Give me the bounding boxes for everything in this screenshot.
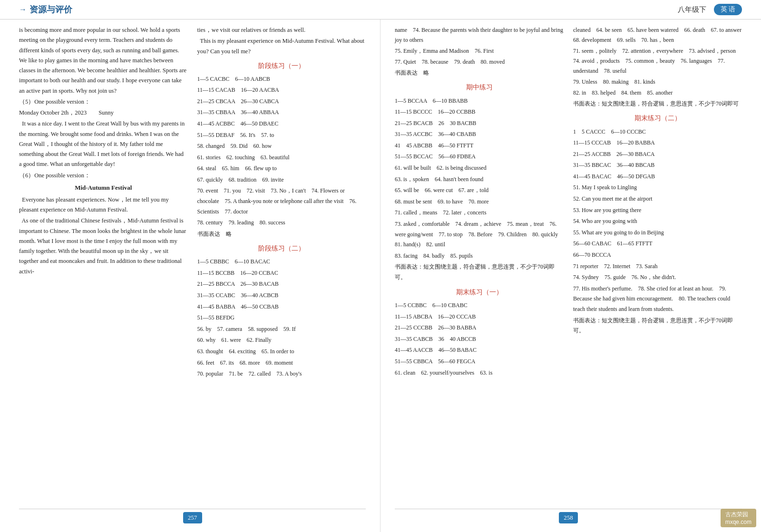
- para-8: ties，we visit our relatives or friends a…: [197, 25, 366, 35]
- r2-para-3: 79. Unless 80. making 81. kinds: [573, 77, 742, 87]
- grade-label: 八年级下: [678, 5, 706, 14]
- para-9: This is my pleasant experience on Mid-Au…: [197, 36, 366, 57]
- para-3: Monday October 2th，2023 Sunny: [19, 108, 188, 118]
- answers-section2: 1—5 CBBBC 6—10 BACAC 11—15 BCCBB 16—20 C…: [197, 257, 366, 379]
- r2-para-5: 书面表达：短文围绕主题，符合逻辑，意思连贯，不少于70词即可: [573, 99, 742, 109]
- answers-mid: 1—5 BCCAA 6—10 BBABB 11—15 BCCCC 16—20 C…: [395, 96, 564, 283]
- left-col2: ties，we visit our relatives or friends a…: [197, 25, 366, 509]
- watermark: 古杰荣园mxqe.com: [721, 509, 756, 527]
- arrow-icon: →: [19, 5, 27, 14]
- r2-para-1: cleaned 64. be seen 65. have been watere…: [573, 25, 742, 45]
- section-title-final2: 期末练习（二）: [573, 113, 742, 125]
- para-6: Everyone has pleasant experiences. Now，l…: [19, 195, 188, 215]
- para-1: is becoming more and more popular in our…: [19, 25, 188, 96]
- page-header: → 资源与评价 八年级下 英 语: [0, 0, 761, 19]
- header-logo: 资源与评价: [29, 4, 72, 15]
- right-page: name 74. Because the parents wish their …: [380, 19, 761, 532]
- r-para-4: 书面表达 略: [395, 68, 564, 78]
- answers-final1: 1—5 CCBBC 6—10 CBABC 11—15 ABCBA 16—20 C…: [395, 300, 564, 378]
- right-col1: name 74. Because the parents wish their …: [395, 25, 564, 509]
- page-num-right: 258: [559, 512, 578, 523]
- para-2: （5）One possible version：: [19, 97, 188, 107]
- r2-para-4: 82. in 83. helped 84. them 85. another: [573, 88, 742, 98]
- right-footer: 258: [395, 509, 742, 526]
- right-two-col: name 74. Because the parents wish their …: [395, 25, 742, 509]
- left-page: is becoming more and more popular in our…: [0, 19, 380, 532]
- section-title-final1: 期末练习（一）: [395, 287, 564, 299]
- answers-final2: 1 5 CACCC 6—10 CCCBC 11—15 CCCAB 16—20 B…: [573, 127, 742, 336]
- header-right: 八年级下 英 语: [678, 4, 742, 15]
- section-title-2: 阶段练习（二）: [197, 243, 366, 254]
- answers-section1: 1—5 CACBC 6—10 AABCB 11—15 CACAB 16—20 A…: [197, 74, 366, 240]
- left-footer: 257: [19, 509, 366, 526]
- para-7: As one of the traditional Chinese festiv…: [19, 216, 188, 277]
- page-num-left: 257: [183, 512, 202, 523]
- para-4: It was a nice day. I went to the Great W…: [19, 119, 188, 169]
- essay-title: Mid-Autumn Festival: [19, 183, 188, 193]
- r-para-3: 77. Quiet 78. because 79. death 80. move…: [395, 57, 564, 67]
- section-title-1: 阶段练习（一）: [197, 60, 366, 72]
- r-para-2: 75. Emily，Emma and Madison 76. First: [395, 46, 564, 56]
- r-para-1: name 74. Because the parents wish their …: [395, 25, 564, 45]
- para-5: （6）One possible version：: [19, 171, 188, 181]
- page-container: → 资源与评价 八年级下 英 语 is becoming more and mo…: [0, 0, 761, 532]
- left-col1: is becoming more and more popular in our…: [19, 25, 188, 509]
- left-two-col: is becoming more and more popular in our…: [19, 25, 366, 509]
- subject-badge: 英 语: [714, 4, 742, 15]
- content-area: is becoming more and more popular in our…: [0, 19, 761, 532]
- header-left: → 资源与评价: [19, 4, 72, 15]
- r2-para-2: 71. seem，politely 72. attention，everywhe…: [573, 46, 742, 76]
- section-title-mid: 期中练习: [395, 82, 564, 94]
- right-col2: cleaned 64. be seen 65. have been watere…: [573, 25, 742, 509]
